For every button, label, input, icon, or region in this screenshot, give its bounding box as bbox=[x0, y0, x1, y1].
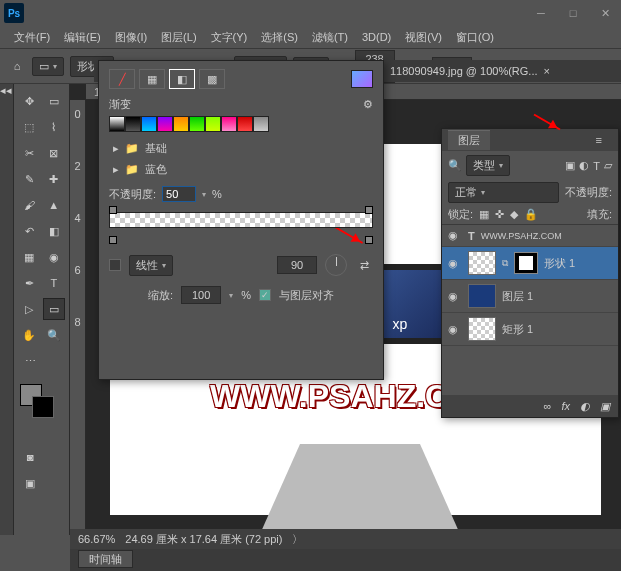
link-layers-icon[interactable]: ∞ bbox=[544, 400, 552, 412]
filter-type-select[interactable]: 类型 ▾ bbox=[466, 155, 510, 176]
panel-menu-icon[interactable]: ≡ bbox=[586, 132, 612, 148]
frame-tool[interactable]: ⊠ bbox=[43, 142, 66, 164]
marquee-tool[interactable]: ⬚ bbox=[18, 116, 41, 138]
pattern-fill-tab[interactable]: ▩ bbox=[199, 69, 225, 89]
quickmask-tool[interactable]: ◙ bbox=[18, 446, 42, 468]
gradient-editor[interactable] bbox=[109, 212, 373, 242]
visibility-icon[interactable]: ◉ bbox=[448, 323, 462, 336]
rectangle-tool[interactable]: ▭ bbox=[43, 298, 66, 320]
panel-dock-left[interactable]: ◂◂ bbox=[0, 84, 14, 535]
crop-tool[interactable]: ✂ bbox=[18, 142, 41, 164]
angle-dial[interactable] bbox=[325, 254, 347, 276]
color-swatches[interactable] bbox=[18, 382, 65, 422]
type-tool[interactable]: T bbox=[43, 272, 66, 294]
edit-toolbar[interactable]: ⋯ bbox=[18, 350, 42, 372]
menu-view[interactable]: 视图(V) bbox=[399, 28, 448, 47]
solid-fill-tab[interactable]: ▦ bbox=[139, 69, 165, 89]
menu-filter[interactable]: 滤镜(T) bbox=[306, 28, 354, 47]
menu-3d[interactable]: 3D(D) bbox=[356, 29, 397, 45]
visibility-icon[interactable]: ◉ bbox=[448, 257, 462, 270]
zoom-level[interactable]: 66.67% bbox=[78, 533, 115, 545]
eyedropper-tool[interactable]: ✎ bbox=[18, 168, 41, 190]
style-checkbox[interactable] bbox=[109, 259, 121, 271]
timeline-tab[interactable]: 时间轴 bbox=[78, 550, 133, 568]
no-fill-tab[interactable]: ╱ bbox=[109, 69, 135, 89]
doc-close-icon[interactable]: × bbox=[544, 65, 550, 77]
layer-rect1[interactable]: ◉ 矩形 1 bbox=[442, 313, 618, 346]
visibility-icon[interactable]: ◉ bbox=[448, 290, 462, 303]
minimize-button[interactable]: ─ bbox=[529, 4, 553, 22]
menu-type[interactable]: 文字(Y) bbox=[205, 28, 254, 47]
opacity-field[interactable]: 50 bbox=[162, 186, 196, 202]
menu-edit[interactable]: 编辑(E) bbox=[58, 28, 107, 47]
filter-adjust-icon[interactable]: ◐ bbox=[579, 159, 589, 172]
fx-icon[interactable]: fx bbox=[561, 400, 570, 412]
align-checkbox[interactable]: ✓ bbox=[259, 289, 271, 301]
folder-basics[interactable]: ▸📁基础 bbox=[109, 138, 373, 159]
layer-name[interactable]: 矩形 1 bbox=[502, 322, 533, 337]
shape-preset[interactable]: ▭ ▾ bbox=[32, 57, 64, 76]
patch-tool[interactable]: ✚ bbox=[43, 168, 66, 190]
layer-thumb[interactable] bbox=[468, 251, 496, 275]
filter-image-icon[interactable]: ▣ bbox=[565, 159, 575, 172]
hand-tool[interactable]: ✋ bbox=[18, 324, 41, 346]
maximize-button[interactable]: □ bbox=[561, 4, 585, 22]
background-color[interactable] bbox=[32, 396, 54, 418]
blend-mode-select[interactable]: 正常 ▾ bbox=[448, 182, 559, 203]
scale-field[interactable]: 100 bbox=[181, 286, 221, 304]
lock-position-icon[interactable]: ✜ bbox=[495, 208, 504, 221]
layer-layer1[interactable]: ◉ 图层 1 bbox=[442, 280, 618, 313]
zoom-tool[interactable]: 🔍 bbox=[43, 324, 66, 346]
gradient-tool[interactable]: ▦ bbox=[18, 246, 41, 268]
lock-pixels-icon[interactable]: ▦ bbox=[479, 208, 489, 221]
layer-text[interactable]: ◉ T WWW.PSAHZ.COM bbox=[442, 225, 618, 247]
brush-tool[interactable]: 🖌 bbox=[18, 194, 41, 216]
timeline-panel[interactable]: 时间轴 bbox=[70, 549, 621, 571]
lock-nested-icon[interactable]: ◆ bbox=[510, 208, 518, 221]
menu-window[interactable]: 窗口(O) bbox=[450, 28, 500, 47]
layer-thumb[interactable] bbox=[468, 284, 496, 308]
reverse-icon[interactable]: ⇄ bbox=[355, 256, 373, 274]
layer-name[interactable]: WWW.PSAHZ.COM bbox=[481, 231, 562, 241]
opacity-dropdown-icon[interactable]: ▾ bbox=[202, 190, 206, 199]
color-picker-button[interactable] bbox=[351, 70, 373, 88]
link-icon[interactable]: ⧉ bbox=[502, 258, 508, 269]
filter-type-icon[interactable]: T bbox=[593, 160, 600, 172]
screenmode-tool[interactable]: ▣ bbox=[18, 472, 42, 494]
layer-name[interactable]: 图层 1 bbox=[502, 289, 533, 304]
mask-icon[interactable]: ◐ bbox=[580, 400, 590, 413]
move-tool[interactable]: ✥ bbox=[18, 90, 41, 112]
pen-tool[interactable]: ✒ bbox=[18, 272, 41, 294]
blur-tool[interactable]: ◉ bbox=[43, 246, 66, 268]
menu-file[interactable]: 文件(F) bbox=[8, 28, 56, 47]
layer-mask[interactable] bbox=[514, 252, 538, 274]
close-button[interactable]: ✕ bbox=[593, 4, 617, 22]
filter-shape-icon[interactable]: ▱ bbox=[604, 159, 612, 172]
home-icon[interactable]: ⌂ bbox=[8, 57, 26, 75]
status-chevron-icon[interactable]: 〉 bbox=[292, 532, 303, 547]
stamp-tool[interactable]: ▲ bbox=[43, 194, 66, 216]
layers-tab[interactable]: 图层 bbox=[448, 130, 490, 150]
gradient-presets[interactable] bbox=[109, 116, 373, 132]
eraser-tool[interactable]: ◧ bbox=[43, 220, 66, 242]
menu-select[interactable]: 选择(S) bbox=[255, 28, 304, 47]
visibility-icon[interactable]: ◉ bbox=[448, 229, 462, 242]
path-tool[interactable]: ▷ bbox=[18, 298, 41, 320]
history-brush-tool[interactable]: ↶ bbox=[18, 220, 41, 242]
folder-blues[interactable]: ▸📁蓝色 bbox=[109, 159, 373, 180]
gradient-fill-tab[interactable]: ◧ bbox=[169, 69, 195, 89]
menu-image[interactable]: 图像(I) bbox=[109, 28, 153, 47]
layer-thumb[interactable] bbox=[468, 317, 496, 341]
artboard-tool[interactable]: ▭ bbox=[43, 90, 66, 112]
new-layer-icon[interactable]: ▣ bbox=[600, 400, 610, 413]
menu-layer[interactable]: 图层(L) bbox=[155, 28, 202, 47]
doc-tab[interactable]: 118090949.jpg @ 100%(RG... bbox=[390, 65, 538, 77]
angle-field[interactable]: 90 bbox=[277, 256, 317, 274]
layer-name[interactable]: 形状 1 bbox=[544, 256, 575, 271]
lock-all-icon[interactable]: 🔒 bbox=[524, 208, 538, 221]
gradient-menu-icon[interactable]: ⚙ bbox=[363, 98, 373, 111]
gradient-style-select[interactable]: 线性 ▾ bbox=[129, 255, 173, 276]
layer-shape1[interactable]: ◉ ⧉ 形状 1 bbox=[442, 247, 618, 280]
filter-search-icon[interactable]: 🔍 bbox=[448, 159, 462, 172]
doc-dimensions[interactable]: 24.69 厘米 x 17.64 厘米 (72 ppi) bbox=[125, 532, 282, 547]
